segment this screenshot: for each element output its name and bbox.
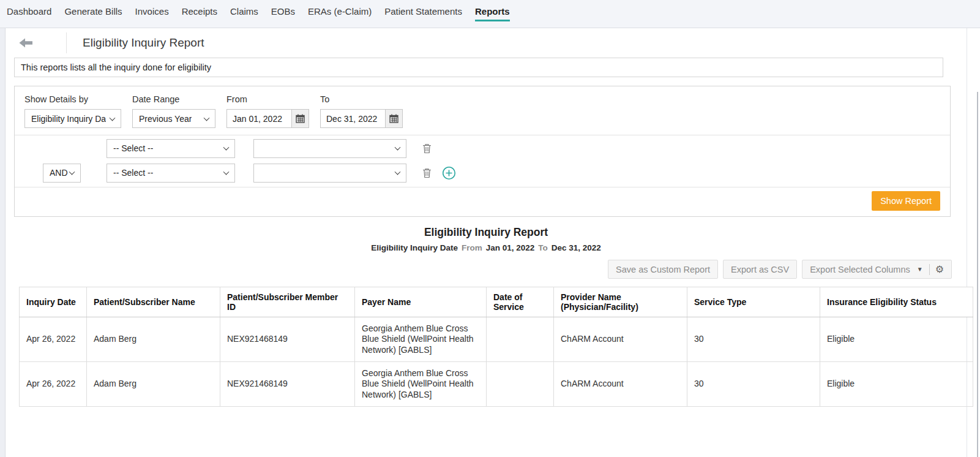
column-header-patient-subscriber-name: Patient/Subscriber Name	[87, 287, 220, 317]
subtitle-from-value: Jan 01, 2022	[486, 243, 535, 252]
nav-item-eobs[interactable]: EOBs	[271, 6, 295, 20]
top-navigation: Dashboard Generate Bills Invoices Receip…	[0, 0, 980, 28]
condition-2-field-select[interactable]: -- Select --	[107, 164, 235, 183]
column-header-insurance-eligibility-status: Insurance Eligibility Status	[820, 287, 973, 317]
filter-panel: Show Details by Eligibility Inquiry Da D…	[14, 86, 951, 217]
report-actions: Save as Custom Report Export as CSV Expo…	[6, 260, 952, 279]
scrollbar[interactable]	[977, 92, 978, 457]
cell-payer-name: Georgia Anthem Blue Cross Blue Shield (W…	[355, 362, 487, 407]
main-panel: Eligibility Inquiry Report This reports …	[5, 28, 967, 457]
back-arrow-icon[interactable]	[19, 38, 33, 48]
gear-icon[interactable]: ⚙	[935, 263, 944, 275]
subtitle-from-label: From	[462, 243, 482, 252]
subtitle-to-label: To	[538, 243, 548, 252]
nav-item-patient-statements[interactable]: Patient Statements	[384, 6, 462, 20]
date-range-group: Date Range Previous Year	[132, 94, 215, 128]
primary-filters-row: Show Details by Eligibility Inquiry Da D…	[15, 86, 950, 135]
nav-item-generate-bills[interactable]: Generate Bills	[64, 6, 122, 20]
nav-item-claims[interactable]: Claims	[230, 6, 258, 20]
condition-1-value-select[interactable]	[253, 139, 406, 158]
nav-item-eras-eclaim[interactable]: ERAs (e-Claim)	[308, 6, 372, 20]
cell-provider-name: ChARM Account	[554, 317, 687, 362]
report-title: Eligibility Inquiry Report	[6, 226, 967, 239]
subtitle-field: Eligibility Inquiry Date	[371, 243, 458, 252]
report-subtitle: Eligibility Inquiry DateFromJan 01, 2022…	[6, 243, 967, 252]
table-row: Apr 26, 2022 Adam Berg NEX921468149 Geor…	[20, 317, 973, 362]
cell-date-of-service	[487, 362, 554, 407]
header-divider	[66, 32, 67, 53]
show-report-button[interactable]: Show Report	[872, 191, 940, 211]
cell-payer-name: Georgia Anthem Blue Cross Blue Shield (W…	[355, 317, 487, 362]
from-date-input[interactable]: Jan 01, 2022	[226, 109, 291, 128]
column-header-inquiry-date: Inquiry Date	[20, 287, 87, 317]
column-header-service-type: Service Type	[687, 287, 820, 317]
from-date-group: From Jan 01, 2022	[226, 94, 309, 128]
to-label: To	[320, 94, 403, 104]
column-header-date-of-service: Date of Service	[487, 287, 554, 317]
cell-service-type: 30	[687, 362, 820, 407]
cell-insurance-eligibility-status: Eligible	[820, 362, 973, 407]
cell-inquiry-date: Apr 26, 2022	[20, 317, 87, 362]
eligibility-table: Inquiry Date Patient/Subscriber Name Pat…	[19, 287, 973, 407]
show-details-by-label: Show Details by	[24, 94, 121, 104]
nav-item-invoices[interactable]: Invoices	[135, 6, 169, 20]
cell-patient-subscriber-name: Adam Berg	[87, 317, 220, 362]
show-details-by-select[interactable]: Eligibility Inquiry Da	[24, 109, 121, 128]
show-report-row: Show Report	[15, 187, 950, 216]
export-as-csv-button[interactable]: Export as CSV	[723, 260, 797, 279]
from-label: From	[226, 94, 309, 104]
cell-patient-subscriber-name: Adam Berg	[87, 362, 220, 407]
cell-date-of-service	[487, 317, 554, 362]
cell-insurance-eligibility-status: Eligible	[820, 317, 973, 362]
condition-2-value-select[interactable]	[253, 164, 406, 183]
column-header-provider-name: Provider Name (Physician/Facility)	[554, 287, 687, 317]
export-selected-columns-button[interactable]: Export Selected Columns ▼ ⚙	[802, 260, 952, 279]
trash-icon[interactable]	[422, 168, 432, 178]
nav-item-dashboard[interactable]: Dashboard	[7, 6, 51, 20]
show-details-by-group: Show Details by Eligibility Inquiry Da	[24, 94, 121, 128]
date-range-label: Date Range	[132, 94, 215, 104]
cell-service-type: 30	[687, 317, 820, 362]
chevron-down-icon: ▼	[917, 266, 923, 273]
cell-inquiry-date: Apr 26, 2022	[20, 362, 87, 407]
cell-patient-subscriber-member-id: NEX921468149	[220, 317, 355, 362]
date-range-select[interactable]: Previous Year	[132, 109, 215, 128]
table-header-row: Inquiry Date Patient/Subscriber Name Pat…	[20, 287, 973, 317]
condition-row-2: AND -- Select --	[15, 161, 950, 187]
column-header-patient-subscriber-member-id: Patient/Subscriber Member ID	[220, 287, 355, 317]
button-separator	[929, 264, 930, 275]
nav-item-receipts[interactable]: Receipts	[182, 6, 217, 20]
left-gutter	[0, 28, 5, 457]
condition-operator-select[interactable]: AND	[43, 164, 81, 183]
add-condition-icon[interactable]	[442, 166, 456, 180]
condition-row-1: -- Select --	[15, 135, 950, 161]
condition-1-field-select[interactable]: -- Select --	[107, 139, 235, 158]
to-date-input[interactable]: Dec 31, 2022	[320, 109, 385, 128]
cell-provider-name: ChARM Account	[554, 362, 687, 407]
page-title: Eligibility Inquiry Report	[83, 36, 204, 50]
subtitle-to-value: Dec 31, 2022	[552, 243, 601, 252]
nav-item-reports[interactable]: Reports	[475, 6, 510, 21]
table-row: Apr 26, 2022 Adam Berg NEX921468149 Geor…	[20, 362, 973, 407]
to-calendar-icon[interactable]	[385, 109, 403, 128]
cell-patient-subscriber-member-id: NEX921468149	[220, 362, 355, 407]
page-header: Eligibility Inquiry Report	[6, 28, 967, 58]
save-as-custom-report-button[interactable]: Save as Custom Report	[608, 260, 718, 279]
to-date-group: To Dec 31, 2022	[320, 94, 403, 128]
from-calendar-icon[interactable]	[291, 109, 309, 128]
trash-icon[interactable]	[422, 143, 432, 154]
report-description: This reports lists all the inquiry done …	[14, 58, 943, 77]
column-header-payer-name: Payer Name	[355, 287, 487, 317]
